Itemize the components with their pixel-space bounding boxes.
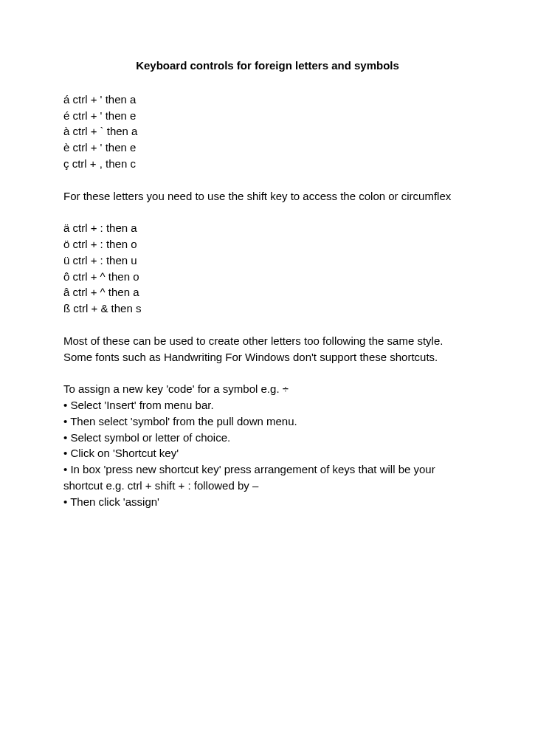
bullet-item: • Click on 'Shortcut key'	[63, 445, 472, 461]
bullet-item: • Then select 'symbol' from the pull dow…	[63, 413, 472, 430]
paragraph-shift-note: For these letters you need to use the sh…	[63, 188, 472, 205]
shortcut-line: é ctrl + ' then e	[63, 108, 472, 124]
shortcut-line: â ctrl + ^ then a	[63, 284, 472, 300]
shortcut-line: ä ctrl + : then a	[63, 220, 472, 236]
paragraph-font-note: Most of these can be used to create othe…	[63, 333, 472, 365]
shortcut-line: ß ctrl + & then s	[63, 300, 472, 317]
bullet-text: Select 'Insert' from menu bar.	[70, 399, 213, 411]
document-title: Keyboard controls for foreign letters an…	[63, 58, 472, 74]
shortcut-line: è ctrl + ' then e	[63, 140, 472, 156]
assign-instructions: To assign a new key 'code' for a symbol …	[63, 381, 472, 509]
bullet-item: • Then click 'assign'	[63, 494, 472, 510]
bullet-item: • Select symbol or letter of choice.	[63, 430, 472, 446]
shortcut-line: ç ctrl + , then c	[63, 156, 472, 172]
shortcut-line: à ctrl + ` then a	[63, 123, 472, 140]
bullet-text: Click on 'Shortcut key'	[70, 447, 179, 459]
shortcut-line: ö ctrl + : then o	[63, 236, 472, 252]
bullet-item: • Select 'Insert' from menu bar.	[63, 397, 472, 413]
bullet-text: Then select 'symbol' from the pull down …	[70, 415, 297, 427]
bullet-item: • In box 'press new shortcut key' press …	[63, 461, 472, 494]
bullet-text: Then click 'assign'	[70, 495, 159, 508]
shortcut-line: ü ctrl + : then u	[63, 252, 472, 269]
shortcut-group-1: á ctrl + ' then a é ctrl + ' then e à ct…	[63, 92, 472, 172]
instruction-lead: To assign a new key 'code' for a symbol …	[63, 381, 472, 397]
bullet-text: In box 'press new shortcut key' press ar…	[63, 463, 435, 492]
shortcut-line: ô ctrl + ^ then o	[63, 269, 472, 285]
shortcut-line: á ctrl + ' then a	[63, 92, 472, 108]
shortcut-group-2: ä ctrl + : then a ö ctrl + : then o ü ct…	[63, 220, 472, 317]
bullet-text: Select symbol or letter of choice.	[70, 431, 230, 444]
